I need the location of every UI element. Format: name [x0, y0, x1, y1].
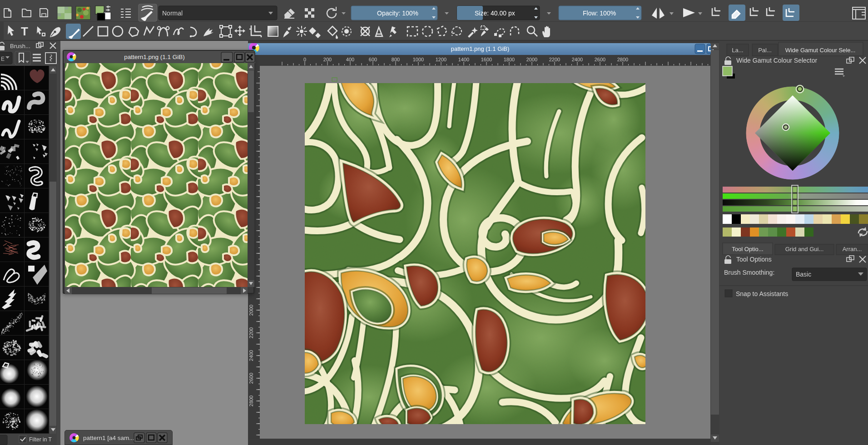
svg-text:2400: 2400: [572, 57, 583, 62]
svg-text:T: T: [21, 25, 28, 38]
svg-text:2000: 2000: [248, 305, 254, 316]
svg-text:2200: 2200: [248, 327, 254, 338]
svg-text:Filter in T: Filter in T: [29, 436, 52, 443]
svg-text:600: 600: [369, 57, 377, 62]
svg-text:Brush...: Brush...: [10, 43, 30, 49]
svg-text:2600: 2600: [248, 373, 254, 384]
svg-text:Grid and Gui...: Grid and Gui...: [785, 246, 824, 252]
svg-text:2800: 2800: [617, 57, 628, 62]
svg-text:0: 0: [303, 57, 306, 62]
svg-text:Normal: Normal: [162, 10, 183, 17]
svg-text:pattern1.png (1.1 GiB): pattern1.png (1.1 GiB): [124, 54, 185, 60]
svg-text:·· ·····: ·· ·····: [793, 237, 799, 240]
svg-text:pattern1 [a4 sam...: pattern1 [a4 sam...: [83, 435, 134, 441]
svg-text:Opacity: 100%: Opacity: 100%: [377, 10, 418, 17]
svg-text:La...: La...: [732, 47, 743, 54]
svg-text:Pal...: Pal...: [758, 47, 772, 54]
svg-text:200: 200: [323, 57, 332, 62]
svg-text:Flow: 100%: Flow: 100%: [583, 10, 616, 17]
svg-text:1800: 1800: [504, 57, 515, 62]
svg-text:1400: 1400: [458, 57, 469, 62]
svg-text:Snap to Assistants: Snap to Assistants: [736, 290, 788, 297]
svg-text:Brush Smoothing:: Brush Smoothing:: [724, 269, 774, 276]
svg-text:2000: 2000: [526, 57, 537, 62]
svg-text:1200: 1200: [436, 57, 446, 62]
svg-text:2400: 2400: [248, 350, 254, 361]
svg-text:2800: 2800: [248, 396, 254, 406]
svg-text:Size: 40.00 px: Size: 40.00 px: [475, 10, 515, 17]
svg-text:Tool Options: Tool Options: [736, 256, 772, 263]
svg-text:Tool Optio...: Tool Optio...: [732, 246, 763, 252]
svg-text:800: 800: [392, 57, 400, 62]
svg-text:Basic: Basic: [796, 271, 811, 278]
svg-text:Wide Gamut Colour Selector: Wide Gamut Colour Selector: [736, 57, 818, 64]
svg-text:1000: 1000: [413, 57, 424, 62]
svg-text:2600: 2600: [595, 57, 605, 62]
svg-text:Wide Gamut Colour Sele...: Wide Gamut Colour Sele...: [785, 47, 856, 54]
svg-text:Arran...: Arran...: [843, 246, 862, 252]
svg-text:1600: 1600: [481, 57, 492, 62]
svg-text:2200: 2200: [549, 57, 560, 62]
svg-text:E: E: [1, 56, 5, 62]
svg-text:400: 400: [346, 57, 354, 62]
